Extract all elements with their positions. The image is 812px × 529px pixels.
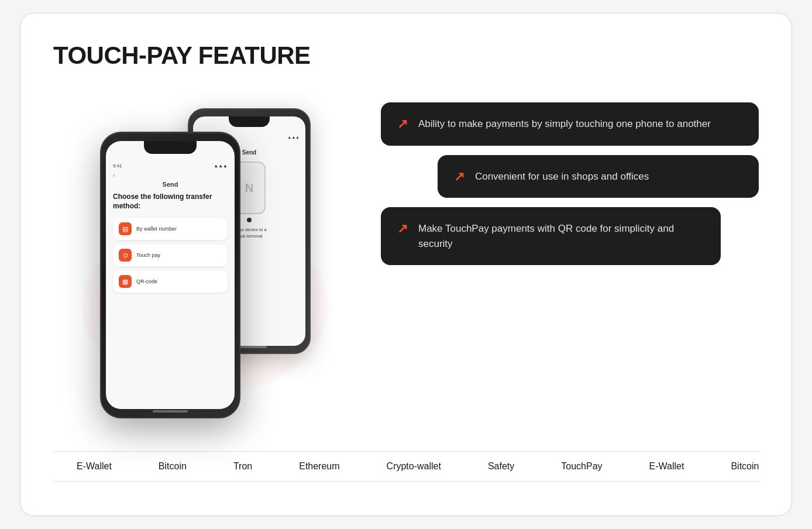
wallet-label: By wallet number bbox=[136, 226, 177, 232]
phones-area: 9:41 ▲▲▲ ‹ Send N bbox=[53, 91, 357, 407]
feature-arrow-icon-1: ↗ bbox=[397, 118, 408, 130]
ticker-item-6: TouchPay bbox=[538, 461, 625, 472]
ticker-item-3: Ethereum bbox=[276, 461, 363, 472]
touch-icon: ⊙ bbox=[119, 249, 132, 262]
screen-nav: ‹ bbox=[113, 172, 228, 178]
ticker-item-5: Safety bbox=[465, 461, 538, 472]
ticker-item-2: Tron bbox=[210, 461, 276, 472]
feature-card-1: ↗ Ability to make payments by simply tou… bbox=[381, 102, 759, 146]
qr-label: QR-code bbox=[136, 279, 157, 284]
features-area: ↗ Ability to make payments by simply tou… bbox=[381, 91, 759, 265]
wallet-icon: ▤ bbox=[119, 222, 132, 235]
ticker-item-4: Crypto-wallet bbox=[363, 461, 465, 472]
ticker-track: E-Wallet Bitcoin Tron Ethereum Crypto-wa… bbox=[53, 461, 759, 472]
screen-status-bar: 9:41 ▲▲▲ bbox=[113, 163, 228, 169]
phone-home-bar-front bbox=[153, 410, 188, 413]
phone-screen-front: 9:41 ▲▲▲ ‹ Send Choose the following tra… bbox=[106, 141, 235, 409]
nfc-dot bbox=[247, 218, 252, 222]
feature-arrow-icon-3: ↗ bbox=[397, 222, 408, 235]
main-card: TOUCH-PAY FEATURE 9:41 ▲▲▲ ‹ bbox=[20, 13, 792, 516]
feature-card-3: ↗ Make TouchPay payments with QR code fo… bbox=[381, 207, 721, 265]
screen-item-touch: ⊙ Touch pay bbox=[113, 244, 228, 266]
touch-label: Touch pay bbox=[136, 252, 160, 258]
screen-heading: Choose the following transfer method: bbox=[113, 193, 228, 211]
ticker-section: E-Wallet Bitcoin Tron Ethereum Crypto-wa… bbox=[53, 451, 759, 482]
screen-back-arrow: ‹ bbox=[113, 172, 115, 178]
phone-shell-front: 9:41 ▲▲▲ ‹ Send Choose the following tra… bbox=[100, 132, 240, 418]
ticker-item-8: Bitcoin bbox=[707, 461, 759, 472]
screen-item-wallet: ▤ By wallet number bbox=[113, 218, 228, 240]
ticker-item-7: E-Wallet bbox=[626, 461, 708, 472]
screen-send-title: Send bbox=[113, 181, 228, 188]
feature-text-2: Convenient for use in shops and offices bbox=[475, 169, 649, 184]
screen-content: 9:41 ▲▲▲ ‹ Send Choose the following tra… bbox=[106, 157, 235, 409]
feature-text-3: Make TouchPay payments with QR code for … bbox=[418, 221, 704, 251]
phone-front: 9:41 ▲▲▲ ‹ Send Choose the following tra… bbox=[100, 132, 240, 418]
feature-card-2: ↗ Convenient for use in shops and office… bbox=[438, 155, 759, 198]
feature-arrow-icon-2: ↗ bbox=[454, 170, 465, 183]
phone-notch-front bbox=[144, 141, 197, 154]
ticker-item-1: Bitcoin bbox=[135, 461, 210, 472]
screen-item-qr: ▦ QR-code bbox=[113, 270, 228, 293]
main-content: 9:41 ▲▲▲ ‹ Send N bbox=[53, 91, 759, 430]
feature-text-1: Ability to make payments by simply touch… bbox=[418, 116, 711, 132]
phone-notch-back bbox=[229, 116, 270, 127]
ticker-item-0: E-Wallet bbox=[53, 461, 135, 472]
page-title: TOUCH-PAY FEATURE bbox=[53, 42, 759, 70]
qr-icon: ▦ bbox=[119, 275, 132, 288]
nfc-logo: N bbox=[245, 181, 253, 195]
